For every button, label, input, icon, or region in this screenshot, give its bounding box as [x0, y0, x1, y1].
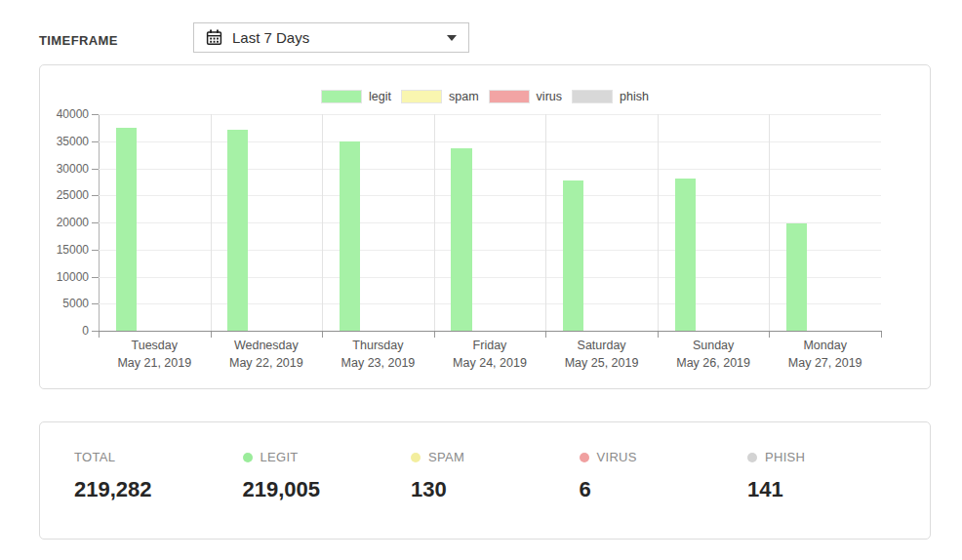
y-axis-label: 25000	[28, 188, 89, 202]
grid-line	[99, 222, 881, 223]
grid-line	[99, 114, 881, 115]
x-axis-label-day: Wednesday	[211, 338, 323, 355]
x-axis-label-date: May 26, 2019	[658, 355, 770, 373]
y-axis-tick	[92, 169, 99, 170]
stat-value: 6	[580, 477, 748, 502]
stat-header: SPAM	[411, 450, 580, 464]
grid-line	[99, 277, 881, 278]
x-axis-label-day: Tuesday	[99, 338, 211, 355]
stat-column-phish: PHISH141	[747, 450, 916, 502]
x-axis-label-day: Saturday	[545, 338, 658, 355]
legend-label: virus	[537, 90, 562, 103]
legend-item-spam[interactable]: spam	[401, 90, 479, 103]
x-axis-label-day: Sunday	[658, 338, 770, 355]
stat-value: 219,282	[74, 477, 243, 502]
stat-column-total: TOTAL219,282	[74, 450, 243, 502]
legend-swatch-icon	[401, 90, 442, 103]
timeframe-dropdown[interactable]: Last 7 Days	[193, 22, 469, 53]
bar-legit	[227, 130, 248, 332]
y-axis-tick	[92, 114, 99, 115]
x-axis-label: SundayMay 26, 2019	[658, 338, 770, 372]
stat-label: SPAM	[428, 450, 464, 464]
x-axis-label-day: Monday	[769, 338, 881, 355]
grid-line	[769, 114, 770, 331]
grid-line	[99, 250, 881, 251]
x-axis-label-day: Friday	[434, 338, 546, 355]
timeframe-dropdown-value: Last 7 Days	[232, 29, 309, 46]
grid-line	[99, 141, 881, 142]
summary-stats: TOTAL219,282LEGIT219,005SPAM130VIRUS6PHI…	[74, 450, 916, 502]
y-axis-tick	[92, 195, 99, 196]
legend-label: legit	[369, 90, 391, 103]
stat-label: PHISH	[765, 450, 805, 464]
stat-header: TOTAL	[74, 450, 243, 464]
grid-line	[434, 114, 435, 331]
y-axis-tick	[92, 250, 99, 251]
stat-dot-icon	[243, 453, 253, 462]
stat-label: LEGIT	[261, 450, 299, 464]
stat-dot-icon	[411, 453, 421, 462]
legend-item-virus[interactable]: virus	[489, 90, 562, 103]
stat-header: PHISH	[747, 450, 916, 464]
y-axis-label: 20000	[28, 216, 89, 229]
grid-line	[545, 114, 546, 331]
x-axis-label-date: May 21, 2019	[99, 355, 211, 373]
stat-header: VIRUS	[580, 450, 748, 464]
x-axis-label-day: Thursday	[322, 338, 434, 355]
x-axis-label-date: May 23, 2019	[322, 355, 434, 373]
grid-line	[322, 114, 323, 331]
y-axis-tick	[92, 141, 99, 142]
x-axis-label: FridayMay 24, 2019	[434, 338, 546, 372]
stat-header: LEGIT	[243, 450, 412, 464]
stat-value: 141	[747, 477, 916, 502]
bar-legit	[340, 141, 360, 331]
stat-value: 219,005	[243, 477, 412, 502]
grid-line	[99, 195, 881, 196]
x-axis-label: SaturdayMay 25, 2019	[545, 338, 658, 372]
y-axis-tick	[92, 331, 99, 332]
x-axis-label-date: May 22, 2019	[211, 355, 323, 373]
y-axis-label: 10000	[28, 270, 89, 284]
bar-legit	[116, 128, 137, 331]
stat-column-spam: SPAM130	[411, 450, 580, 502]
y-axis-label: 5000	[28, 297, 89, 310]
y-axis-label: 0	[28, 324, 89, 338]
legend-item-phish[interactable]: phish	[572, 90, 649, 103]
x-axis-label-date: May 25, 2019	[545, 355, 658, 373]
stat-dot-icon	[580, 453, 589, 462]
x-axis-label: MondayMay 27, 2019	[769, 338, 881, 372]
y-axis-label: 35000	[28, 135, 89, 148]
x-axis-label-date: May 24, 2019	[434, 355, 546, 373]
x-axis-label: WednesdayMay 22, 2019	[211, 338, 323, 372]
bar-legit	[786, 223, 807, 331]
grid-line	[658, 114, 659, 331]
y-axis-label: 30000	[28, 162, 89, 176]
x-axis-label-date: May 27, 2019	[769, 355, 881, 373]
legend-label: phish	[620, 90, 649, 103]
stat-label: VIRUS	[597, 450, 637, 464]
stat-label: TOTAL	[74, 450, 115, 464]
stat-column-virus: VIRUS6	[580, 450, 748, 502]
legend-swatch-icon	[321, 90, 362, 103]
y-axis-tick	[92, 222, 99, 223]
bar-legit	[563, 180, 583, 331]
grid-line	[211, 114, 212, 331]
legend-swatch-icon	[572, 90, 613, 103]
calendar-icon	[206, 29, 222, 46]
bar-legit	[675, 179, 696, 331]
legend-item-legit[interactable]: legit	[321, 90, 391, 103]
stat-column-legit: LEGIT219,005	[243, 450, 412, 502]
x-axis-tick	[881, 332, 882, 338]
y-axis-label: 15000	[28, 243, 89, 257]
stat-dot-icon	[747, 453, 757, 462]
summary-card: TOTAL219,282LEGIT219,005SPAM130VIRUS6PHI…	[39, 421, 931, 540]
legend-swatch-icon	[489, 90, 530, 103]
timeframe-label: TIMEFRAME	[39, 33, 118, 48]
stat-value: 130	[411, 477, 580, 502]
chart-card: legitspamvirusphish 05000100001500020000…	[39, 64, 931, 389]
x-axis-label: ThursdayMay 23, 2019	[322, 338, 434, 372]
bar-chart: 0500010000150002000025000300003500040000…	[99, 114, 881, 331]
legend-label: spam	[449, 90, 479, 103]
x-axis-line	[98, 331, 882, 332]
chart-legend: legitspamvirusphish	[40, 89, 930, 104]
